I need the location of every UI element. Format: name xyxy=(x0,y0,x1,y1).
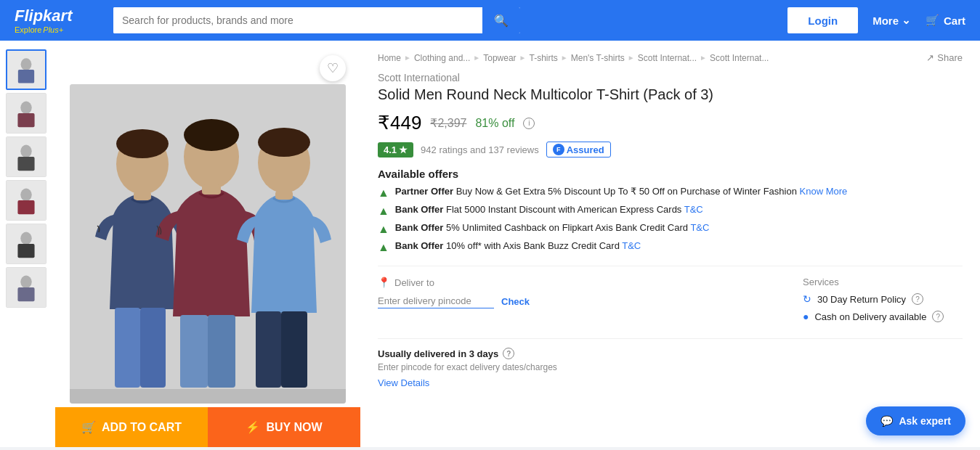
heart-icon: ♡ xyxy=(327,60,339,76)
svg-rect-29 xyxy=(208,315,235,388)
offer-tag-icon-3: ▲ xyxy=(378,223,389,236)
cod-text: Cash on Delivery available xyxy=(814,311,926,322)
return-info-icon[interactable]: ? xyxy=(912,293,923,305)
star-icon: ★ xyxy=(399,144,408,155)
cart-icon: 🛒 xyxy=(926,14,939,27)
view-details-link[interactable]: View Details xyxy=(378,377,429,388)
breadcrumb-sep-1: ► xyxy=(404,54,411,62)
breadcrumb-sep-3: ► xyxy=(519,54,527,62)
offer-tag-icon-2: ▲ xyxy=(378,205,389,218)
location-icon: 📍 xyxy=(378,277,390,288)
price-info-icon[interactable]: i xyxy=(523,118,535,129)
offer-link-1[interactable]: Know More xyxy=(800,186,848,197)
cod-item: ● Cash on Delivery available ? xyxy=(803,311,963,322)
offer-item-1: ▲ Partner Offer Buy Now & Get Extra 5% D… xyxy=(378,186,963,200)
thumbnail-2[interactable] xyxy=(6,93,46,134)
breadcrumb-topwear[interactable]: Topwear xyxy=(483,53,516,63)
offer-tag-icon-4: ▲ xyxy=(378,241,389,254)
search-button[interactable]: 🔍 xyxy=(482,7,520,33)
thumbnail-3[interactable] xyxy=(6,136,46,177)
flipkart-circle: F xyxy=(553,144,564,155)
product-title: Solid Men Round Neck Multicolor T-Shirt … xyxy=(378,86,963,103)
delivery-days-info-icon[interactable]: ? xyxy=(503,348,514,359)
wishlist-button[interactable]: ♡ xyxy=(320,55,346,81)
breadcrumb-sep-6: ► xyxy=(700,54,707,62)
header: Flipkart Explore Plus+ 🔍 Login More ⌄ 🛒 … xyxy=(0,0,980,41)
logo-area: Flipkart Explore Plus+ xyxy=(15,7,102,34)
offer-item-4: ▲ Bank Offer 10% off* with Axis Bank Buz… xyxy=(378,240,963,254)
offer-text-3: 5% Unlimited Cashback on Flipkart Axis B… xyxy=(446,222,690,233)
breadcrumb-sep-4: ► xyxy=(561,54,568,62)
search-input[interactable] xyxy=(113,7,482,33)
svg-rect-27 xyxy=(202,184,221,195)
cod-info-icon[interactable]: ? xyxy=(932,311,944,322)
buy-now-button[interactable]: ⚡ BUY NOW xyxy=(208,407,360,447)
logo-subtitle: Explore Plus+ xyxy=(15,25,102,34)
offer-item-3: ▲ Bank Offer 5% Unlimited Cashback on Fl… xyxy=(378,222,963,236)
offer-link-3[interactable]: T&C xyxy=(690,222,709,233)
offer-type-3: Bank Offer xyxy=(395,222,443,233)
discount-percent: 81% off xyxy=(475,117,514,130)
svg-point-16 xyxy=(20,276,31,288)
svg-point-7 xyxy=(20,145,31,158)
logo-plus: Plus+ xyxy=(43,25,63,34)
thumbnail-1[interactable] xyxy=(6,49,46,90)
ratings-count: 942 ratings and 137 reviews xyxy=(421,144,539,155)
offer-text-1: Buy Now & Get Extra 5% Discount Up To ₹ … xyxy=(456,186,800,197)
svg-rect-8 xyxy=(17,157,34,171)
svg-rect-2 xyxy=(18,70,34,83)
cart-icon-btn: 🛒 xyxy=(81,420,96,434)
pincode-row: Check xyxy=(378,294,788,308)
login-button[interactable]: Login xyxy=(787,7,858,33)
offer-type-1: Partner Offer xyxy=(395,186,453,197)
offer-link-4[interactable]: T&C xyxy=(622,240,641,251)
product-details: Home ► Clothing and... ► Topwear ► T-shi… xyxy=(360,41,980,447)
thumbnail-4[interactable] xyxy=(6,180,46,221)
offer-item-2: ▲ Bank Offer Flat 5000 Instant Discount … xyxy=(378,204,963,218)
main-content: ♡ xyxy=(0,41,980,447)
original-price: ₹2,397 xyxy=(430,116,466,130)
return-icon: ↻ xyxy=(803,293,811,305)
svg-point-31 xyxy=(258,128,310,157)
breadcrumb-tshirts[interactable]: T-shirts xyxy=(529,53,557,63)
thumbnail-6[interactable] xyxy=(6,267,46,308)
current-price: ₹449 xyxy=(378,112,421,134)
chevron-down-icon: ⌄ xyxy=(902,14,911,27)
svg-point-13 xyxy=(20,232,31,245)
chat-icon: 💬 xyxy=(880,415,893,427)
assured-label: Assured xyxy=(567,144,604,155)
services-label: Services xyxy=(803,277,963,287)
header-actions: Login More ⌄ 🛒 Cart xyxy=(787,7,965,33)
lightning-icon: ⚡ xyxy=(246,420,260,434)
cart-button[interactable]: 🛒 Cart xyxy=(926,14,965,27)
product-action-buttons: 🛒 ADD TO CART ⚡ BUY NOW xyxy=(55,407,360,447)
pincode-input[interactable] xyxy=(378,294,494,308)
check-pincode-button[interactable]: Check xyxy=(501,296,530,307)
breadcrumb: Home ► Clothing and... ► Topwear ► T-shi… xyxy=(378,52,963,63)
offers-title: Available offers xyxy=(378,168,963,180)
search-icon: 🔍 xyxy=(494,15,509,27)
svg-rect-33 xyxy=(256,311,281,388)
breadcrumb-scott-1[interactable]: Scott Internat... xyxy=(638,53,697,63)
breadcrumb-scott-2[interactable]: Scott Internat... xyxy=(710,53,769,63)
ask-expert-button[interactable]: 💬 Ask expert xyxy=(866,406,965,435)
share-button[interactable]: ↗ Share xyxy=(926,52,963,63)
offer-link-2[interactable]: T&C xyxy=(684,204,703,215)
offer-type-4: Bank Offer xyxy=(395,240,443,251)
add-to-cart-button[interactable]: 🛒 ADD TO CART xyxy=(55,407,208,447)
svg-point-21 xyxy=(116,129,169,158)
svg-rect-34 xyxy=(281,311,307,388)
offer-text-4: 10% off* with Axis Bank Buzz Credit Card xyxy=(446,240,622,251)
breadcrumb-sep-5: ► xyxy=(628,54,635,62)
breadcrumb-mens-tshirts[interactable]: Men's T-shirts xyxy=(571,53,625,63)
delivery-left: 📍 Deliver to Check xyxy=(378,277,788,308)
offer-tag-icon-1: ▲ xyxy=(378,187,389,200)
svg-rect-28 xyxy=(180,315,208,388)
breadcrumb-home[interactable]: Home xyxy=(378,53,401,63)
more-button[interactable]: More ⌄ xyxy=(872,14,911,27)
breadcrumb-sep-2: ► xyxy=(473,54,480,62)
product-main-image xyxy=(70,84,346,404)
breadcrumb-clothing[interactable]: Clothing and... xyxy=(414,53,470,63)
thumbnail-5[interactable] xyxy=(6,224,46,264)
svg-rect-32 xyxy=(275,191,293,200)
